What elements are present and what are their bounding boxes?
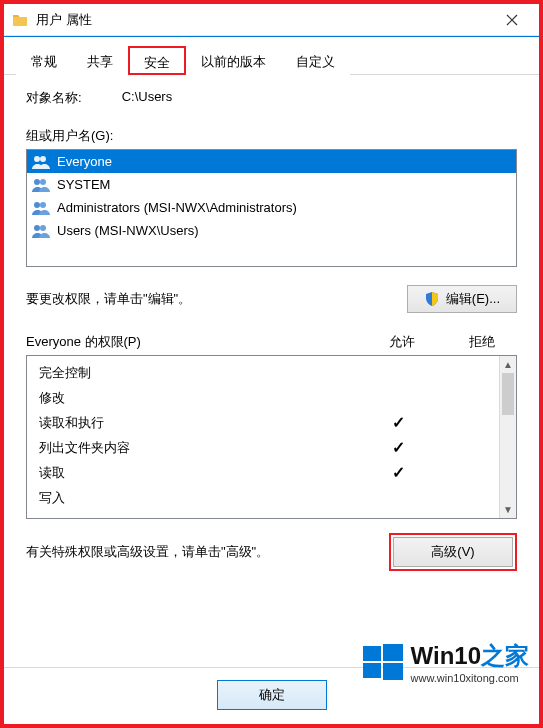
permission-row: 修改 (33, 385, 493, 410)
permission-name: 列出文件夹内容 (33, 439, 353, 457)
groups-label: 组或用户名(G): (26, 127, 517, 145)
advanced-highlight-box: 高级(V) (389, 533, 517, 571)
permission-name: 读取和执行 (33, 414, 353, 432)
edit-hint: 要更改权限，请单击"编辑"。 (26, 290, 191, 308)
title-text: 用户 属性 (36, 11, 489, 29)
svg-point-4 (34, 202, 40, 208)
group-icon (31, 154, 51, 170)
group-icon (31, 200, 51, 216)
groups-listbox[interactable]: Everyone SYSTEM Administrators (MSI-NWX\… (26, 149, 517, 267)
advanced-hint: 有关特殊权限或高级设置，请单击"高级"。 (26, 543, 269, 561)
permission-allow (353, 438, 443, 457)
permission-row: 写入 (33, 485, 493, 510)
tab-customize[interactable]: 自定义 (281, 46, 350, 75)
scroll-up-button[interactable]: ▲ (500, 356, 516, 373)
ok-button[interactable]: 确定 (217, 680, 327, 710)
advanced-row: 有关特殊权限或高级设置，请单击"高级"。 高级(V) (26, 533, 517, 571)
permission-row: 读取和执行 (33, 410, 493, 435)
permission-allow (353, 413, 443, 432)
allow-column-label: 允许 (357, 333, 447, 351)
tab-content-security: 对象名称: C:\Users 组或用户名(G): Everyone SYSTEM (4, 75, 539, 667)
tabstrip: 常规 共享 安全 以前的版本 自定义 (4, 37, 539, 75)
ok-button-label: 确定 (259, 686, 285, 704)
svg-point-1 (40, 156, 46, 162)
tab-previous-versions[interactable]: 以前的版本 (186, 46, 281, 75)
list-item[interactable]: Everyone (27, 150, 516, 173)
permission-name: 写入 (33, 489, 353, 507)
advanced-button[interactable]: 高级(V) (393, 537, 513, 567)
object-name-row: 对象名称: C:\Users (26, 89, 517, 107)
tab-sharing[interactable]: 共享 (72, 46, 128, 75)
svg-point-0 (34, 156, 40, 162)
shield-icon (424, 291, 440, 307)
list-item-text: Users (MSI-NWX\Users) (57, 223, 199, 238)
permissions-listbox: 完全控制 修改 读取和执行 列出文件夹内容 (26, 355, 517, 519)
folder-icon (12, 12, 28, 28)
svg-point-7 (40, 225, 46, 231)
scroll-down-button[interactable]: ▼ (500, 501, 516, 518)
permission-row: 读取 (33, 460, 493, 485)
object-name-value: C:\Users (122, 89, 173, 107)
scroll-thumb[interactable] (502, 373, 514, 415)
permissions-scroll: 完全控制 修改 读取和执行 列出文件夹内容 (27, 356, 499, 518)
list-item-text: Administrators (MSI-NWX\Administrators) (57, 200, 297, 215)
object-name-label: 对象名称: (26, 89, 82, 107)
permission-allow (353, 463, 443, 482)
close-button[interactable] (489, 5, 535, 35)
list-item-text: SYSTEM (57, 177, 110, 192)
properties-dialog: 用户 属性 常规 共享 安全 以前的版本 自定义 对象名称: C:\Users … (4, 4, 539, 724)
list-item-text: Everyone (57, 154, 112, 169)
dialog-buttons: 确定 (4, 667, 539, 724)
permission-name: 读取 (33, 464, 353, 482)
advanced-button-label: 高级(V) (431, 543, 474, 561)
edit-row: 要更改权限，请单击"编辑"。 编辑(E)... (26, 285, 517, 313)
permission-row: 列出文件夹内容 (33, 435, 493, 460)
group-icon (31, 177, 51, 193)
svg-point-2 (34, 179, 40, 185)
list-item[interactable]: Users (MSI-NWX\Users) (27, 219, 516, 242)
svg-point-3 (40, 179, 46, 185)
permission-name: 完全控制 (33, 364, 353, 382)
svg-point-5 (40, 202, 46, 208)
titlebar: 用户 属性 (4, 4, 539, 36)
permissions-scrollbar[interactable]: ▲ ▼ (499, 356, 516, 518)
permission-row: 完全控制 (33, 360, 493, 385)
deny-column-label: 拒绝 (447, 333, 517, 351)
edit-button[interactable]: 编辑(E)... (407, 285, 517, 313)
tab-general[interactable]: 常规 (16, 46, 72, 75)
permissions-header: Everyone 的权限(P) 允许 拒绝 (26, 333, 517, 351)
tab-security[interactable]: 安全 (128, 46, 186, 75)
edit-button-label: 编辑(E)... (446, 290, 500, 308)
highlight-frame: 用户 属性 常规 共享 安全 以前的版本 自定义 对象名称: C:\Users … (0, 0, 543, 728)
list-item[interactable]: SYSTEM (27, 173, 516, 196)
permission-name: 修改 (33, 389, 353, 407)
permissions-title: Everyone 的权限(P) (26, 333, 357, 351)
group-icon (31, 223, 51, 239)
list-item[interactable]: Administrators (MSI-NWX\Administrators) (27, 196, 516, 219)
scroll-track[interactable] (500, 415, 516, 501)
svg-point-6 (34, 225, 40, 231)
